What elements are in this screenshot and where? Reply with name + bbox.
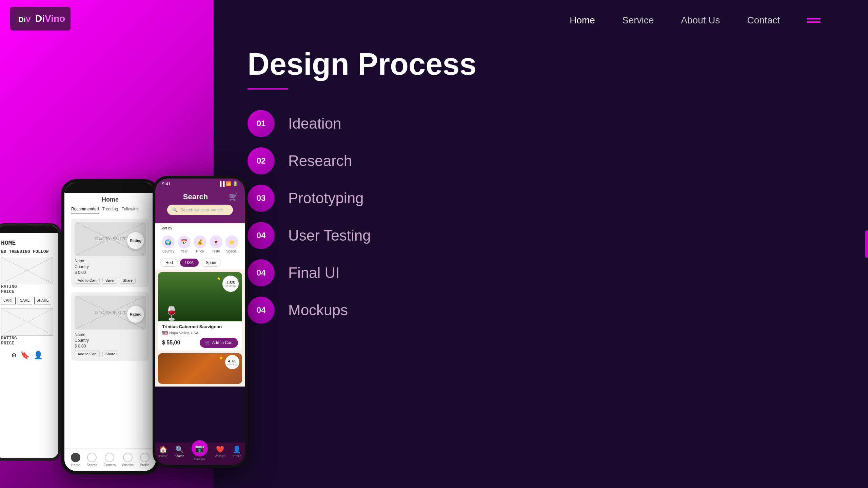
scroll-indicator	[865, 230, 868, 258]
wireframe-tab-following[interactable]: Following	[121, 207, 139, 213]
app-nav-home[interactable]: 🏠 Home	[159, 445, 167, 461]
nav-links: Home Service About Us Contact	[570, 15, 821, 26]
wine-star-icon-2: ★	[219, 355, 223, 360]
wf-card1-country: Country	[75, 264, 146, 269]
sort-country[interactable]: 🌍 Country	[162, 236, 175, 253]
sketch-home-label: HOME	[1, 240, 53, 246]
search-placeholder: Search wines or people	[180, 208, 223, 212]
wine-card-1: 🍷 ★ 4.5/5 27 ratings Trinitas Cabernet S…	[158, 272, 242, 351]
camera-nav-icon: 📷	[195, 444, 204, 453]
cart-btn-icon: 🛒	[205, 340, 210, 345]
sketch-cart-btn: CART	[1, 297, 16, 304]
search-icon: 🔍	[172, 207, 178, 212]
step-research: 02 Research	[248, 147, 841, 174]
app-nav-camera[interactable]: 📷 Camera	[192, 445, 208, 461]
sketch-placeholder-2	[1, 308, 53, 336]
step-final-ui: 04 Final UI	[248, 259, 841, 286]
special-label: Special	[226, 249, 237, 253]
wf-nav-home[interactable]: Home	[71, 463, 80, 467]
wf-card1-name: Name	[75, 259, 146, 263]
filter-spain[interactable]: Spain	[201, 259, 221, 267]
step-ideation: 01 Ideation	[248, 110, 841, 137]
sketch-price-label-2: PRICE	[1, 341, 53, 346]
hamburger-line-2	[807, 21, 821, 23]
svg-text:Di: Di	[18, 15, 26, 24]
wireframe-notch	[64, 183, 156, 193]
title-underline	[248, 88, 288, 90]
wf-nav-camera[interactable]: Camera	[104, 463, 116, 467]
sketch-price-label: PRICE	[1, 289, 53, 294]
step-user-testing: 04 User Testing	[248, 222, 841, 249]
year-label: Year	[181, 249, 188, 253]
wf-card2-size: 124x170	[94, 310, 110, 315]
sort-taste[interactable]: 🍷 Taste	[210, 236, 222, 253]
special-icon: ⭐	[225, 236, 238, 248]
cart-icon[interactable]: 🛒	[229, 192, 238, 201]
nav-about[interactable]: About Us	[681, 15, 720, 26]
right-section: Home Service About Us Contact Design Pro…	[214, 0, 868, 488]
sort-by-label: Sort by	[155, 223, 245, 233]
wine-origin-1: Napa Valley, USA	[169, 331, 198, 335]
step-label-final-ui: Final UI	[288, 264, 340, 281]
app-bottom-nav: 🏠 Home 🔍 Search 📷 Camera ❤️ Wishlist 👤 P…	[155, 443, 245, 465]
add-to-cart-button-1[interactable]: 🛒 Add to Cart	[200, 338, 238, 348]
phone-app: 9:41 ▐▐ 📶 🔋 Search 🛒 🔍 Search wines or p…	[153, 176, 248, 468]
sort-year[interactable]: 📅 Year	[178, 236, 191, 253]
sort-special[interactable]: ⭐ Special	[225, 236, 238, 253]
sketch-rating-label-2: RATING	[1, 336, 53, 341]
step-label-research: Research	[288, 152, 352, 169]
step-label-prototyping: Prototyping	[288, 190, 364, 207]
app-nav-profile[interactable]: 👤 Profile	[233, 445, 241, 461]
sketch-rating-label: RATING	[1, 284, 53, 289]
step-number-4: 04	[248, 222, 275, 249]
wf-card1-rating-badge: Rating	[127, 232, 144, 249]
app-body: Sort by 🌍 Country 📅 Year 💰 Price 🍷	[155, 223, 245, 387]
app-header-title: Search	[183, 192, 208, 201]
app-status-icons: ▐▐ 📶 🔋	[218, 181, 238, 186]
filter-usa[interactable]: USA	[180, 259, 199, 267]
wine-bottle-icon: 🍷	[163, 305, 180, 321]
app-nav-wishlist[interactable]: ❤️ Wishlist	[215, 445, 225, 461]
logo-icon: Di V	[16, 10, 33, 27]
wf-card2-addtocart[interactable]: Add to Cart	[75, 351, 100, 357]
nav-home[interactable]: Home	[570, 15, 595, 26]
wireframe-tab-trending[interactable]: Trending	[102, 207, 118, 213]
phone-wireframe: Home Recommended Trending Following 124x…	[61, 179, 159, 474]
wf-card1-size: 124x170	[94, 237, 110, 241]
taste-icon: 🍷	[210, 236, 222, 248]
price-label: Price	[196, 249, 204, 253]
wireframe-tab-recommended[interactable]: Recommended	[71, 207, 99, 213]
wireframe-bottom-nav: Home Search Camera Wishlist Profile	[64, 448, 156, 471]
wishlist-nav-icon: ❤️	[216, 445, 224, 453]
wf-nav-search[interactable]: Search	[87, 463, 98, 467]
app-search-bar[interactable]: 🔍 Search wines or people	[167, 205, 233, 215]
profile-nav-icon: 👤	[233, 445, 241, 453]
wine-card-2: ★ 4.7/5 no ratings	[158, 353, 242, 384]
hamburger-menu[interactable]	[807, 18, 821, 23]
step-label-user-testing: User Testing	[288, 227, 371, 244]
logo-text: DiVino	[35, 13, 65, 24]
sketch-share-icon: 👤	[34, 351, 43, 360]
wf-card2-placeholder: 96x170	[113, 310, 126, 315]
wf-card2-share[interactable]: Share	[102, 351, 118, 357]
nav-contact[interactable]: Contact	[747, 15, 780, 26]
hamburger-line-1	[807, 18, 821, 19]
wf-nav-profile[interactable]: Profile	[140, 463, 149, 467]
app-status-bar: 9:41 ▐▐ 📶 🔋	[155, 179, 245, 189]
nav-service[interactable]: Service	[622, 15, 654, 26]
price-icon: 💰	[194, 236, 206, 248]
wf-card1-save[interactable]: Save	[102, 277, 117, 284]
wf-nav-wishlist[interactable]: Wishlist	[122, 463, 134, 467]
logo[interactable]: Di V DiVino	[10, 7, 71, 31]
wf-card2-price: $ 0.00	[75, 344, 146, 349]
wf-card1-share[interactable]: Share	[120, 277, 136, 284]
step-number-1: 01	[248, 110, 275, 137]
wf-card1-addtocart[interactable]: Add to Cart	[75, 277, 100, 284]
filter-red[interactable]: Red	[160, 259, 178, 267]
sort-price[interactable]: 💰 Price	[194, 236, 206, 253]
wine-star-icon: ★	[217, 276, 221, 281]
wine-rating-badge-2: 4.7/5 no ratings	[225, 355, 239, 369]
wf-card2-name: Name	[75, 332, 146, 337]
app-header: Search 🛒 🔍 Search wines or people	[155, 189, 245, 223]
app-nav-search[interactable]: 🔍 Search	[175, 445, 184, 461]
